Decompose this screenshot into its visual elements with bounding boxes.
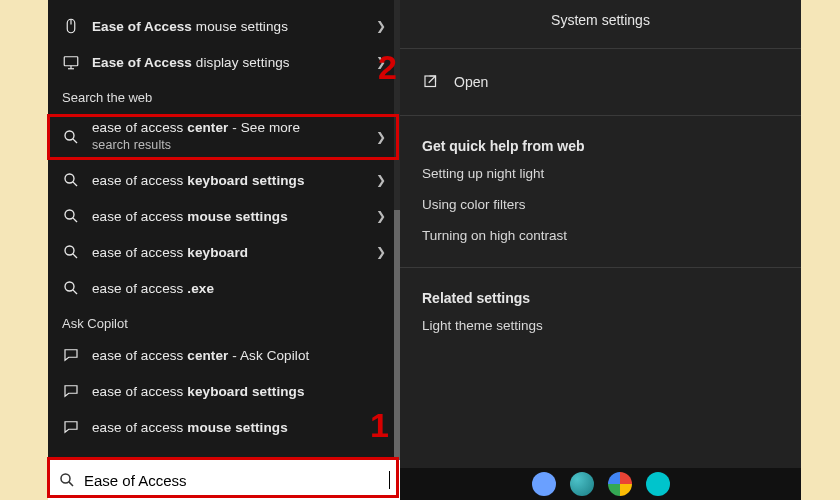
help-link-high-contrast[interactable]: Turning on high contrast: [400, 220, 801, 251]
search-input[interactable]: [84, 472, 389, 489]
chat-icon: [62, 346, 80, 364]
display-icon: [62, 53, 80, 71]
chevron-right-icon: ❯: [376, 245, 386, 259]
taskbar-edge-icon[interactable]: [570, 472, 594, 496]
preview-pane: System settings Open Get quick help from…: [400, 0, 801, 500]
svg-line-6: [73, 138, 77, 142]
result-label: ease of access mouse settings: [92, 209, 370, 224]
svg-rect-2: [64, 57, 78, 66]
result-label: ease of access .exe: [92, 281, 386, 296]
result-label: Ease of Access mouse settings: [92, 19, 370, 34]
chevron-right-icon: ❯: [376, 19, 386, 33]
related-heading: Related settings: [400, 276, 801, 310]
taskbar-canva-icon[interactable]: [646, 472, 670, 496]
search-icon: [62, 279, 80, 297]
search-bar[interactable]: [48, 460, 400, 500]
taskbar-chrome-icon[interactable]: [608, 472, 632, 496]
chevron-right-icon: ❯: [376, 209, 386, 223]
open-icon: [422, 73, 440, 91]
chat-icon: [62, 418, 80, 436]
svg-point-13: [65, 282, 74, 291]
svg-line-14: [73, 290, 77, 294]
svg-point-15: [61, 474, 70, 483]
chat-icon: [62, 382, 80, 400]
search-icon: [62, 128, 80, 146]
search-icon: [62, 243, 80, 261]
result-label: ease of access keyboard settings: [92, 384, 386, 399]
result-label: ease of access keyboard: [92, 245, 370, 260]
section-ask-copilot: Ask Copilot: [48, 306, 400, 337]
result-web-mouse-settings[interactable]: ease of access mouse settings ❯: [48, 198, 400, 234]
result-web-center[interactable]: ease of access center - See more search …: [48, 111, 400, 162]
svg-point-5: [65, 131, 74, 140]
result-copilot-mouse[interactable]: ease of access mouse settings: [48, 409, 400, 445]
section-search-the-web: Search the web: [48, 80, 400, 111]
result-label: ease of access center - Ask Copilot: [92, 348, 386, 363]
help-heading: Get quick help from web: [400, 124, 801, 158]
annotation-number-2: 2: [378, 48, 397, 87]
svg-line-12: [73, 254, 77, 258]
search-icon: [62, 207, 80, 225]
svg-line-10: [73, 218, 77, 222]
svg-point-9: [65, 210, 74, 219]
preview-title: System settings: [400, 0, 801, 40]
svg-point-11: [65, 246, 74, 255]
svg-point-7: [65, 174, 74, 183]
result-web-keyboard[interactable]: ease of access keyboard ❯: [48, 234, 400, 270]
result-copilot-center[interactable]: ease of access center - Ask Copilot: [48, 337, 400, 373]
result-label: ease of access keyboard settings: [92, 173, 370, 188]
annotation-number-1: 1: [370, 406, 389, 445]
result-web-keyboard-settings[interactable]: ease of access keyboard settings ❯: [48, 162, 400, 198]
text-caret: [389, 471, 390, 489]
chevron-right-icon: ❯: [376, 130, 386, 144]
result-copilot-keyboard[interactable]: ease of access keyboard settings: [48, 373, 400, 409]
open-label: Open: [454, 74, 488, 90]
taskbar-app-1-icon[interactable]: [532, 472, 556, 496]
chevron-right-icon: ❯: [376, 173, 386, 187]
related-link-light-theme[interactable]: Light theme settings: [400, 310, 801, 341]
search-icon: [58, 471, 76, 489]
result-ease-of-access-display[interactable]: Ease of Access display settings ❯: [48, 44, 400, 80]
taskbar: [400, 468, 801, 500]
help-link-night-light[interactable]: Setting up night light: [400, 158, 801, 189]
result-label: ease of access mouse settings: [92, 420, 386, 435]
result-web-exe[interactable]: ease of access .exe: [48, 270, 400, 306]
result-label: Ease of Access display settings: [92, 55, 370, 70]
open-action[interactable]: Open: [400, 57, 801, 107]
svg-line-16: [69, 482, 73, 486]
search-icon: [62, 171, 80, 189]
mouse-icon: [62, 17, 80, 35]
svg-line-18: [429, 76, 436, 83]
help-link-color-filters[interactable]: Using color filters: [400, 189, 801, 220]
search-results-pane: Ease of Access mouse settings ❯ Ease of …: [48, 0, 400, 500]
result-ease-of-access-mouse[interactable]: Ease of Access mouse settings ❯: [48, 8, 400, 44]
svg-line-8: [73, 182, 77, 186]
result-label: ease of access center - See more search …: [92, 119, 370, 154]
